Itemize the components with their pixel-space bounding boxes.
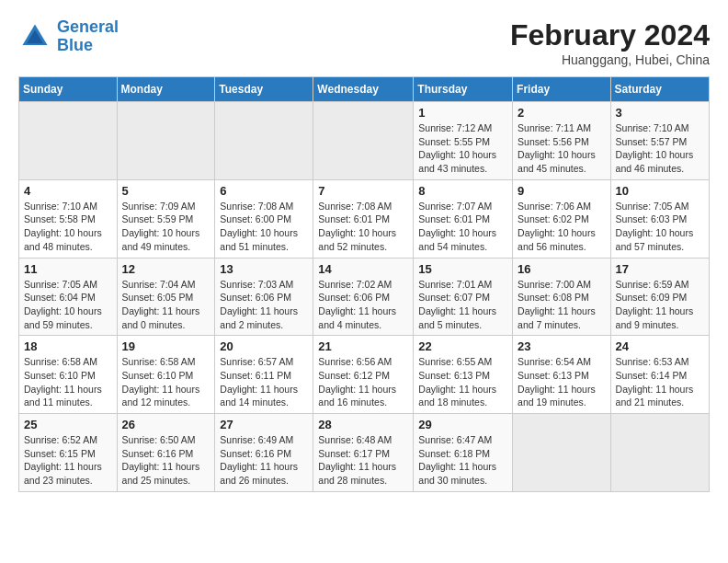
calendar-cell: 29Sunrise: 6:47 AM Sunset: 6:18 PM Dayli… (414, 414, 513, 492)
calendar-cell (313, 102, 414, 180)
calendar-cell: 22Sunrise: 6:55 AM Sunset: 6:13 PM Dayli… (414, 336, 513, 414)
day-info: Sunrise: 6:59 AM Sunset: 6:09 PM Dayligh… (616, 278, 704, 332)
calendar-cell: 17Sunrise: 6:59 AM Sunset: 6:09 PM Dayli… (610, 258, 709, 336)
calendar-cell: 19Sunrise: 6:58 AM Sunset: 6:10 PM Dayli… (117, 336, 215, 414)
calendar-cell: 4Sunrise: 7:10 AM Sunset: 5:58 PM Daylig… (19, 179, 118, 258)
day-info: Sunrise: 7:04 AM Sunset: 6:05 PM Dayligh… (122, 278, 210, 332)
logo-blue: Blue (57, 36, 93, 54)
day-number: 24 (616, 339, 704, 353)
day-info: Sunrise: 7:07 AM Sunset: 6:01 PM Dayligh… (418, 200, 507, 254)
calendar-cell: 7Sunrise: 7:08 AM Sunset: 6:01 PM Daylig… (313, 179, 414, 258)
header-cell-sunday: Sunday (19, 77, 118, 102)
day-info: Sunrise: 7:09 AM Sunset: 5:59 PM Dayligh… (122, 200, 210, 254)
day-info: Sunrise: 6:54 AM Sunset: 6:13 PM Dayligh… (518, 355, 606, 409)
day-number: 22 (418, 339, 507, 353)
calendar-cell: 21Sunrise: 6:56 AM Sunset: 6:12 PM Dayli… (313, 336, 414, 414)
day-number: 21 (318, 339, 408, 353)
day-info: Sunrise: 7:10 AM Sunset: 5:58 PM Dayligh… (24, 200, 112, 254)
calendar-cell: 14Sunrise: 7:02 AM Sunset: 6:06 PM Dayli… (313, 258, 414, 336)
logo-text: General Blue (57, 18, 119, 55)
week-row-4: 18Sunrise: 6:58 AM Sunset: 6:10 PM Dayli… (19, 336, 710, 414)
day-number: 14 (318, 262, 408, 276)
day-number: 13 (220, 262, 308, 276)
day-info: Sunrise: 7:10 AM Sunset: 5:57 PM Dayligh… (616, 121, 704, 176)
day-info: Sunrise: 6:58 AM Sunset: 6:10 PM Dayligh… (122, 355, 210, 409)
logo-general: General (57, 17, 119, 36)
header-row: SundayMondayTuesdayWednesdayThursdayFrid… (19, 77, 710, 102)
day-number: 16 (518, 262, 606, 276)
calendar-cell: 6Sunrise: 7:08 AM Sunset: 6:00 PM Daylig… (215, 179, 313, 258)
day-number: 29 (418, 418, 507, 431)
day-info: Sunrise: 7:06 AM Sunset: 6:02 PM Dayligh… (518, 200, 606, 254)
calendar-header: SundayMondayTuesdayWednesdayThursdayFrid… (19, 77, 710, 102)
day-number: 26 (122, 418, 210, 431)
day-number: 20 (220, 339, 308, 353)
day-info: Sunrise: 7:01 AM Sunset: 6:07 PM Dayligh… (418, 278, 507, 332)
calendar-cell: 23Sunrise: 6:54 AM Sunset: 6:13 PM Dayli… (513, 336, 611, 414)
calendar-cell: 20Sunrise: 6:57 AM Sunset: 6:11 PM Dayli… (215, 336, 313, 414)
header-cell-monday: Monday (117, 77, 215, 102)
calendar-cell: 18Sunrise: 6:58 AM Sunset: 6:10 PM Dayli… (19, 336, 118, 414)
day-info: Sunrise: 7:12 AM Sunset: 5:55 PM Dayligh… (418, 121, 507, 176)
calendar-cell (513, 414, 611, 492)
day-info: Sunrise: 7:00 AM Sunset: 6:08 PM Dayligh… (518, 278, 606, 332)
header-cell-friday: Friday (513, 77, 611, 102)
day-info: Sunrise: 6:49 AM Sunset: 6:16 PM Dayligh… (220, 433, 308, 488)
calendar-cell: 24Sunrise: 6:53 AM Sunset: 6:14 PM Dayli… (610, 336, 709, 414)
day-number: 10 (616, 184, 704, 198)
day-info: Sunrise: 6:48 AM Sunset: 6:17 PM Dayligh… (318, 433, 408, 488)
day-number: 27 (220, 418, 308, 431)
day-number: 7 (318, 184, 408, 198)
day-info: Sunrise: 7:08 AM Sunset: 6:00 PM Dayligh… (220, 200, 308, 254)
header-cell-wednesday: Wednesday (313, 77, 414, 102)
header-cell-thursday: Thursday (414, 77, 513, 102)
day-number: 4 (24, 184, 112, 198)
day-info: Sunrise: 6:56 AM Sunset: 6:12 PM Dayligh… (318, 355, 408, 409)
calendar-body: 1Sunrise: 7:12 AM Sunset: 5:55 PM Daylig… (19, 102, 710, 492)
week-row-2: 4Sunrise: 7:10 AM Sunset: 5:58 PM Daylig… (19, 179, 710, 258)
day-info: Sunrise: 7:05 AM Sunset: 6:03 PM Dayligh… (616, 200, 704, 254)
day-number: 28 (318, 418, 408, 431)
day-number: 17 (616, 262, 704, 276)
calendar-title: February 2024 (510, 18, 710, 52)
calendar-cell: 27Sunrise: 6:49 AM Sunset: 6:16 PM Dayli… (215, 414, 313, 492)
day-number: 15 (418, 262, 507, 276)
day-info: Sunrise: 7:05 AM Sunset: 6:04 PM Dayligh… (24, 278, 112, 332)
calendar-cell: 11Sunrise: 7:05 AM Sunset: 6:04 PM Dayli… (19, 258, 118, 336)
day-info: Sunrise: 6:58 AM Sunset: 6:10 PM Dayligh… (24, 355, 112, 409)
calendar-cell: 12Sunrise: 7:04 AM Sunset: 6:05 PM Dayli… (117, 258, 215, 336)
header-cell-tuesday: Tuesday (215, 77, 313, 102)
day-info: Sunrise: 7:11 AM Sunset: 5:56 PM Dayligh… (518, 121, 606, 176)
day-number: 2 (518, 106, 606, 120)
calendar-cell: 2Sunrise: 7:11 AM Sunset: 5:56 PM Daylig… (513, 102, 611, 180)
week-row-3: 11Sunrise: 7:05 AM Sunset: 6:04 PM Dayli… (19, 258, 710, 336)
day-number: 11 (24, 262, 112, 276)
calendar-cell: 16Sunrise: 7:00 AM Sunset: 6:08 PM Dayli… (513, 258, 611, 336)
calendar-cell: 25Sunrise: 6:52 AM Sunset: 6:15 PM Dayli… (19, 414, 118, 492)
calendar-cell (19, 102, 118, 180)
calendar-cell (117, 102, 215, 180)
logo: General Blue (18, 18, 119, 55)
day-info: Sunrise: 7:08 AM Sunset: 6:01 PM Dayligh… (318, 200, 408, 254)
day-number: 19 (122, 339, 210, 353)
calendar-table: SundayMondayTuesdayWednesdayThursdayFrid… (18, 76, 710, 492)
calendar-subtitle: Huanggang, Hubei, China (510, 52, 710, 67)
day-info: Sunrise: 6:50 AM Sunset: 6:16 PM Dayligh… (122, 433, 210, 488)
header-cell-saturday: Saturday (610, 77, 709, 102)
day-info: Sunrise: 6:52 AM Sunset: 6:15 PM Dayligh… (24, 433, 112, 488)
day-number: 6 (220, 184, 308, 198)
calendar-cell: 26Sunrise: 6:50 AM Sunset: 6:16 PM Dayli… (117, 414, 215, 492)
week-row-5: 25Sunrise: 6:52 AM Sunset: 6:15 PM Dayli… (19, 414, 710, 492)
day-info: Sunrise: 6:57 AM Sunset: 6:11 PM Dayligh… (220, 355, 308, 409)
day-number: 5 (122, 184, 210, 198)
calendar-cell: 9Sunrise: 7:06 AM Sunset: 6:02 PM Daylig… (513, 179, 611, 258)
logo-icon (18, 20, 51, 53)
day-number: 1 (418, 106, 507, 120)
calendar-cell (610, 414, 709, 492)
day-info: Sunrise: 7:03 AM Sunset: 6:06 PM Dayligh… (220, 278, 308, 332)
calendar-cell: 5Sunrise: 7:09 AM Sunset: 5:59 PM Daylig… (117, 179, 215, 258)
calendar-cell: 3Sunrise: 7:10 AM Sunset: 5:57 PM Daylig… (610, 102, 709, 180)
day-info: Sunrise: 6:55 AM Sunset: 6:13 PM Dayligh… (418, 355, 507, 409)
day-number: 8 (418, 184, 507, 198)
calendar-cell: 1Sunrise: 7:12 AM Sunset: 5:55 PM Daylig… (414, 102, 513, 180)
